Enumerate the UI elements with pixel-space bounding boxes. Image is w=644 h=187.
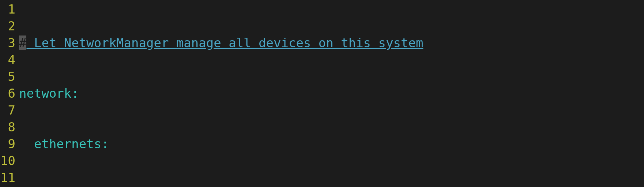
line-number: 8 [0, 119, 18, 135]
code-line[interactable]: ethernets: [19, 135, 505, 152]
line-number: 1 [0, 1, 18, 18]
colon: : [71, 86, 79, 101]
code-area[interactable]: # Let NetworkManager manage all devices … [18, 0, 505, 187]
colon: : [101, 136, 109, 151]
line-number: 7 [0, 102, 18, 119]
line-number: 3 [0, 34, 18, 51]
line-number: 2 [0, 18, 18, 34]
code-editor[interactable]: 1 2 3 4 5 6 7 8 9 10 11 # Let NetworkMan… [0, 0, 644, 187]
code-line[interactable]: network: [19, 85, 505, 102]
line-number: 11 [0, 169, 18, 186]
comment-text: Let NetworkManager manage all devices on… [26, 35, 423, 50]
cursor: # [19, 35, 26, 50]
line-number: 6 [0, 85, 18, 102]
line-number: 9 [0, 135, 18, 152]
yaml-key: ethernets [34, 136, 101, 151]
code-line[interactable]: # Let NetworkManager manage all devices … [19, 34, 505, 51]
line-number: 5 [0, 68, 18, 85]
line-number: 10 [0, 152, 18, 169]
line-number: 4 [0, 51, 18, 68]
yaml-key: network [19, 86, 71, 101]
line-number-gutter: 1 2 3 4 5 6 7 8 9 10 11 [0, 0, 18, 187]
